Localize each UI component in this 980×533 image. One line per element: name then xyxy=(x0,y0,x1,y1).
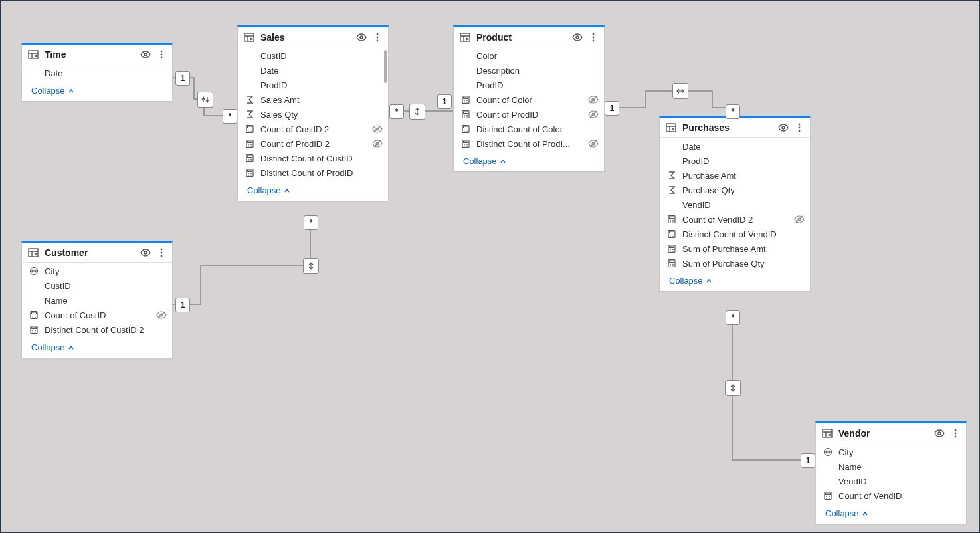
svg-point-37 xyxy=(576,36,579,39)
svg-rect-98 xyxy=(29,249,38,257)
table-vendor[interactable]: Vendor CityNameVendIDCount of VendID Col… xyxy=(815,421,967,524)
table-header[interactable]: Sales xyxy=(238,27,388,47)
field-row[interactable]: ProdID xyxy=(238,78,388,92)
field-row[interactable]: Count of Color xyxy=(454,92,604,107)
field-row[interactable]: CustID xyxy=(238,49,388,63)
collapse-button[interactable]: Collapse xyxy=(22,338,172,358)
svg-rect-18 xyxy=(248,141,252,143)
svg-point-19 xyxy=(248,144,249,146)
scrollbar[interactable] xyxy=(384,50,387,83)
field-row[interactable]: Count of VendID 2 xyxy=(660,212,810,227)
calculator-icon xyxy=(245,167,255,178)
collapse-button[interactable]: Collapse xyxy=(22,82,172,101)
table-header[interactable]: Purchases xyxy=(660,118,810,138)
svg-point-69 xyxy=(782,126,785,129)
field-row[interactable]: VendID xyxy=(660,197,810,212)
field-row[interactable]: Count of VendID xyxy=(816,488,966,503)
field-row[interactable]: ProdID xyxy=(454,78,604,92)
eye-icon[interactable] xyxy=(778,122,789,133)
field-row[interactable]: Name xyxy=(816,459,966,474)
hidden-icon xyxy=(372,138,383,149)
table-title: Product xyxy=(476,32,572,43)
field-row[interactable]: Count of ProdID xyxy=(454,107,604,122)
blank-icon xyxy=(823,476,833,486)
table-header[interactable]: Product xyxy=(454,27,604,47)
svg-point-119 xyxy=(955,429,957,431)
field-row[interactable]: Purchase Amt xyxy=(660,168,810,183)
cardinality-one: 1 xyxy=(801,453,815,468)
field-row[interactable]: Distinct Count of CustID xyxy=(238,151,388,165)
field-row[interactable]: Date xyxy=(238,63,388,78)
table-customer[interactable]: Customer CityCustIDNameCount of CustIDDi… xyxy=(21,241,173,358)
table-sales[interactable]: Sales CustIDDateProdIDSales AmtSales Qty… xyxy=(237,25,389,201)
hidden-icon xyxy=(156,310,167,320)
field-label: Distinct Count of ProdI... xyxy=(476,139,588,149)
collapse-button[interactable]: Collapse xyxy=(238,181,388,201)
cardinality-many: * xyxy=(389,104,404,119)
field-label: Count of ProdID 2 xyxy=(260,139,372,149)
svg-point-114 xyxy=(35,330,36,332)
field-row[interactable]: Distinct Count of ProdI... xyxy=(454,136,604,151)
field-row[interactable]: Color xyxy=(454,49,604,63)
field-row[interactable]: Distinct Count of ProdID xyxy=(238,165,388,180)
field-label: VendID xyxy=(838,477,961,486)
eye-icon[interactable] xyxy=(140,49,151,60)
field-row[interactable]: City xyxy=(816,445,966,459)
svg-point-94 xyxy=(670,264,671,265)
table-purchases[interactable]: Purchases DateProdIDPurchase AmtPurchase… xyxy=(659,116,811,292)
field-row[interactable]: Distinct Count of VendID xyxy=(660,227,810,241)
more-icon[interactable] xyxy=(156,49,167,60)
field-row[interactable]: Date xyxy=(22,66,172,80)
sigma-icon xyxy=(666,170,677,181)
table-header[interactable]: Customer xyxy=(22,243,172,263)
field-label: Name xyxy=(838,462,961,472)
eye-icon[interactable] xyxy=(356,32,367,43)
field-row[interactable]: Sales Amt xyxy=(238,92,388,107)
collapse-button[interactable]: Collapse xyxy=(660,272,810,291)
svg-point-64 xyxy=(466,144,468,146)
model-view-canvas[interactable]: 1 * * 1 1 * 1 * * 1 Time Date Collapse S… xyxy=(0,0,980,533)
calculator-icon xyxy=(460,94,471,105)
more-icon[interactable] xyxy=(794,122,805,133)
more-icon[interactable] xyxy=(372,32,383,43)
svg-point-63 xyxy=(464,144,465,146)
eye-icon[interactable] xyxy=(572,32,583,43)
hidden-icon xyxy=(794,214,805,225)
field-row[interactable]: Distinct Count of CustID 2 xyxy=(22,322,172,337)
more-icon[interactable] xyxy=(588,32,599,43)
eye-icon[interactable] xyxy=(934,428,945,439)
field-row[interactable]: ProdID xyxy=(660,154,810,168)
field-row[interactable]: Count of CustID 2 xyxy=(238,122,388,136)
globe-icon xyxy=(29,266,39,276)
field-row[interactable]: Count of ProdID 2 xyxy=(238,136,388,151)
table-time[interactable]: Time Date Collapse xyxy=(21,43,173,102)
hidden-icon xyxy=(372,124,383,134)
svg-rect-11 xyxy=(248,126,252,128)
field-row[interactable]: Sum of Purchase Amt xyxy=(660,241,810,256)
field-label: Count of Color xyxy=(476,95,588,105)
field-row[interactable]: VendID xyxy=(816,474,966,488)
svg-point-126 xyxy=(829,496,830,498)
table-product[interactable]: Product ColorDescriptionProdIDCount of C… xyxy=(453,25,605,172)
field-row[interactable]: Description xyxy=(454,63,604,78)
field-label: Count of CustID xyxy=(45,310,156,320)
collapse-button[interactable]: Collapse xyxy=(816,504,966,524)
collapse-button[interactable]: Collapse xyxy=(454,152,604,171)
table-header[interactable]: Time xyxy=(22,45,172,64)
more-icon[interactable] xyxy=(156,247,167,258)
eye-icon[interactable] xyxy=(140,247,151,258)
field-row[interactable]: Sales Qty xyxy=(238,107,388,122)
field-row[interactable]: Date xyxy=(660,139,810,154)
field-row[interactable]: Count of CustID xyxy=(22,308,172,322)
table-title: Sales xyxy=(260,32,356,43)
svg-rect-105 xyxy=(32,312,37,314)
blank-icon xyxy=(666,141,677,152)
more-icon[interactable] xyxy=(950,428,961,439)
table-header[interactable]: Vendor xyxy=(816,423,966,443)
field-row[interactable]: Name xyxy=(22,293,172,308)
field-row[interactable]: Purchase Qty xyxy=(660,183,810,197)
field-row[interactable]: CustID xyxy=(22,278,172,293)
field-row[interactable]: Distinct Count of Color xyxy=(454,122,604,136)
field-row[interactable]: City xyxy=(22,264,172,278)
field-row[interactable]: Sum of Purchase Qty xyxy=(660,256,810,270)
